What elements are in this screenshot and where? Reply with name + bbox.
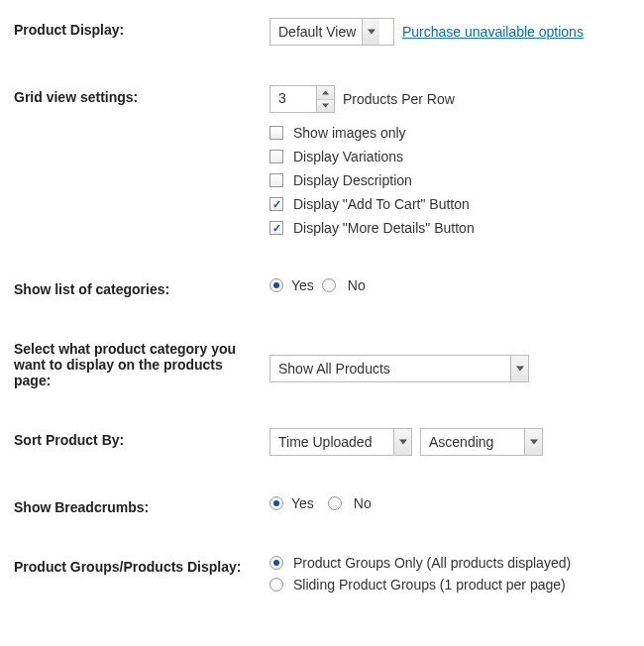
- sort-field-value: Time Uploaded: [278, 434, 377, 450]
- control-sort-by: Time Uploaded Ascending: [269, 428, 630, 456]
- chevron-down-icon: [362, 19, 379, 45]
- row-product-display: Product Display: Default View Purchase u…: [14, 18, 630, 46]
- radio-label: Sliding Product Groups (1 product per pa…: [293, 577, 566, 592]
- category-select[interactable]: Show All Products: [269, 355, 529, 382]
- product-display-select[interactable]: Default View: [269, 18, 394, 46]
- row-breadcrumbs: Show Breadcrumbs: Yes No: [14, 495, 630, 515]
- product-display-select-value: Default View: [278, 24, 362, 40]
- checkbox-display-description[interactable]: [269, 173, 283, 187]
- checkbox-label: Display "More Details" Button: [293, 220, 475, 236]
- radio-categories-yes[interactable]: [269, 278, 283, 292]
- sort-order-select[interactable]: Ascending: [420, 428, 543, 456]
- row-show-categories: Show list of categories: Yes No: [14, 277, 630, 297]
- label-category-select: Select what product category you want to…: [14, 337, 269, 388]
- checkbox-more-details[interactable]: [269, 221, 283, 235]
- checkbox-display-variations[interactable]: [269, 150, 283, 163]
- grid-opt-3: Display "Add To Cart" Button: [269, 194, 630, 214]
- row-category-select: Select what product category you want to…: [14, 337, 630, 388]
- products-per-row-input[interactable]: 3: [269, 85, 335, 113]
- spinner-buttons: [316, 86, 334, 112]
- sort-field-select[interactable]: Time Uploaded: [269, 428, 412, 456]
- control-grid-view: 3 Products Per Row Show images only Disp…: [269, 85, 630, 238]
- grid-opt-0: Show images only: [269, 123, 630, 143]
- sort-order-value: Ascending: [429, 434, 499, 450]
- control-product-display: Default View Purchase unavailable option…: [269, 18, 630, 46]
- label-product-display: Product Display:: [14, 18, 269, 38]
- grid-opt-2: Display Description: [269, 170, 630, 190]
- chevron-down-icon: [393, 429, 411, 455]
- row-product-groups: Product Groups/Products Display: Product…: [14, 555, 630, 592]
- checkbox-label: Show images only: [293, 125, 406, 141]
- chevron-down-icon: [524, 429, 542, 455]
- radio-label: No: [348, 277, 366, 293]
- control-product-groups: Product Groups Only (All products displa…: [269, 555, 630, 592]
- products-per-row-value: 3: [270, 86, 316, 112]
- label-show-categories: Show list of categories:: [14, 277, 269, 297]
- checkbox-label: Display "Add To Cart" Button: [293, 196, 470, 212]
- spinner-down-icon[interactable]: [317, 100, 334, 113]
- radio-groups-only[interactable]: [269, 556, 283, 570]
- grid-opt-1: Display Variations: [269, 147, 630, 166]
- category-select-value: Show All Products: [278, 361, 396, 377]
- label-grid-view: Grid view settings:: [14, 85, 269, 105]
- checkbox-label: Display Description: [293, 172, 412, 188]
- radio-label: Yes: [291, 495, 314, 511]
- checkbox-label: Display Variations: [293, 149, 403, 164]
- chevron-down-icon: [510, 356, 528, 381]
- grid-opt-4: Display "More Details" Button: [269, 218, 630, 238]
- label-breadcrumbs: Show Breadcrumbs:: [14, 495, 269, 515]
- checkbox-show-images-only[interactable]: [269, 126, 283, 140]
- row-sort-by: Sort Product By: Time Uploaded Ascending: [14, 428, 630, 456]
- label-sort-by: Sort Product By:: [14, 428, 269, 448]
- radio-label: Yes: [291, 277, 314, 293]
- row-grid-view: Grid view settings: 3 Products Per Row S…: [14, 85, 630, 238]
- radio-categories-no[interactable]: [322, 278, 336, 292]
- control-breadcrumbs: Yes No: [269, 495, 630, 511]
- radio-breadcrumbs-yes[interactable]: [269, 496, 283, 510]
- checkbox-add-to-cart[interactable]: [269, 197, 283, 211]
- spinner-up-icon[interactable]: [317, 86, 334, 100]
- radio-breadcrumbs-no[interactable]: [328, 496, 342, 510]
- radio-label: Product Groups Only (All products displa…: [293, 555, 571, 571]
- radio-groups-sliding[interactable]: [269, 578, 283, 592]
- control-category-select: Show All Products: [269, 337, 630, 382]
- products-per-row-suffix: Products Per Row: [343, 91, 455, 107]
- control-show-categories: Yes No: [269, 277, 630, 293]
- radio-label: No: [354, 495, 372, 511]
- label-product-groups: Product Groups/Products Display:: [14, 555, 269, 575]
- purchase-unavailable-link[interactable]: Purchase unavailable options: [402, 24, 584, 40]
